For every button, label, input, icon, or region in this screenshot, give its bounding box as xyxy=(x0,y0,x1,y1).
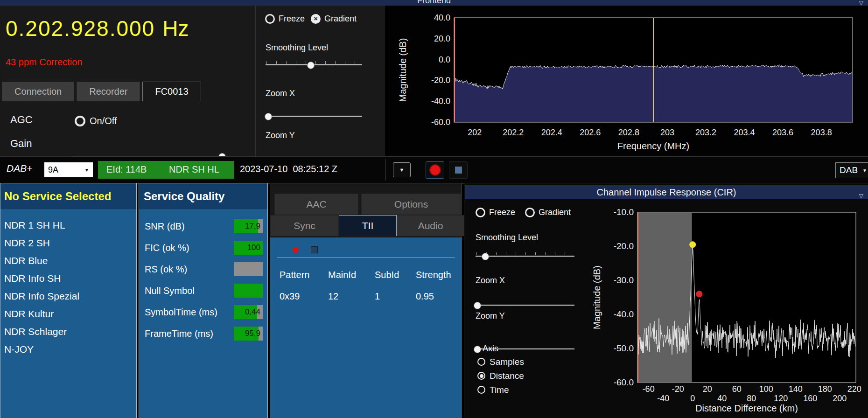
cir-smoothing-slider[interactable] xyxy=(476,251,574,261)
gradient-radio-icon xyxy=(525,208,535,217)
freeze-radio-icon xyxy=(476,208,485,217)
slider-thumb[interactable] xyxy=(307,62,315,69)
xaxis-option-samples[interactable]: Samples xyxy=(477,358,524,366)
stop-icon xyxy=(455,167,462,174)
gradient-x-icon xyxy=(311,14,321,24)
quality-value-badge xyxy=(234,284,263,298)
quality-row: FIC (ok %)100 xyxy=(139,237,267,258)
decoder-tab-options[interactable]: Options xyxy=(361,194,461,215)
quality-value: 95,9 xyxy=(245,329,260,338)
ensemble-eid: EId: 114B xyxy=(106,164,147,175)
axis-label: 40.0 xyxy=(434,13,450,22)
frontend-titlebar: Frontend ▽ xyxy=(0,0,868,6)
quality-value: 17,9 xyxy=(245,222,260,231)
tii-cell: 0x39 xyxy=(280,291,328,302)
cir-gradient-option[interactable]: Gradient xyxy=(525,208,571,217)
chevron-down-icon: ▼ xyxy=(399,167,405,173)
record-button[interactable] xyxy=(426,161,444,179)
xaxis-option-distance[interactable]: Distance xyxy=(477,372,524,380)
zoom-x-label: Zoom X xyxy=(266,89,295,98)
cir-freeze-option[interactable]: Freeze xyxy=(476,208,515,217)
axis-label: Frequency (MHz) xyxy=(617,141,689,151)
service-item[interactable]: NDR 1 SH HL xyxy=(0,216,136,234)
tab-fc0013[interactable]: FC0013 xyxy=(142,82,201,101)
slider-thumb[interactable] xyxy=(474,302,481,309)
radio-icon xyxy=(477,358,485,366)
service-item[interactable]: NDR 2 SH xyxy=(0,234,136,252)
output-mode-dropdown[interactable]: DAB ▼ xyxy=(835,162,868,178)
axis-label: 40 xyxy=(717,394,727,403)
slider-thumb[interactable] xyxy=(482,253,489,260)
freeze-radio-icon xyxy=(265,14,275,24)
slider-ticks xyxy=(266,61,362,64)
frontend-freeze-option[interactable]: Freeze xyxy=(265,14,305,24)
frequency-unit: Hz xyxy=(162,16,189,41)
tii-cell: 12 xyxy=(328,291,375,302)
quality-value-badge: 100 xyxy=(234,241,263,255)
divider xyxy=(277,257,455,258)
axis-label: -30.0 xyxy=(614,275,634,285)
quality-value-badge: 95,9 xyxy=(234,327,263,341)
stop-button[interactable] xyxy=(449,161,468,179)
mode-label: DAB+ xyxy=(7,163,32,174)
service-item[interactable]: NDR Info Spezial xyxy=(0,287,136,305)
service-item[interactable]: NDR Kultur xyxy=(0,305,136,323)
decoder-tabs-row1: AACOptions xyxy=(274,194,461,215)
chevron-down-icon: ▼ xyxy=(84,167,89,173)
slider-track xyxy=(476,305,574,306)
tii-content: PatternMainIdSubIdStrength 0x391210.95 xyxy=(270,237,462,418)
smoothing-level-label: Smoothing Level xyxy=(266,43,328,53)
tab-recorder[interactable]: Recorder xyxy=(77,82,140,101)
channel-dropdown[interactable]: 9A ▼ xyxy=(44,162,93,177)
axis-label: -40 xyxy=(657,394,669,403)
quality-row: RS (ok %) xyxy=(139,258,267,280)
frontend-gradient-option[interactable]: Gradient xyxy=(311,14,357,24)
record-options-dropdown[interactable]: ▼ xyxy=(393,162,411,177)
zoom-x-label: Zoom X xyxy=(476,276,505,286)
decoder-tabs-row2: SyncTIIAudio xyxy=(270,215,464,236)
agc-toggle-radio[interactable] xyxy=(75,116,85,126)
record-icon xyxy=(429,164,441,176)
transport-bar: DAB+ 9A ▼ EId: 114B NDR SH HL 2023-07-10… xyxy=(0,156,868,184)
service-item[interactable]: NDR Schlager xyxy=(0,323,136,341)
tab-connection[interactable]: Connection xyxy=(2,82,74,101)
quality-label: FIC (ok %) xyxy=(139,243,189,253)
cir-zoom-x-slider[interactable] xyxy=(476,300,574,310)
tii-cell: 1 xyxy=(375,291,416,302)
service-list-panel: No Service Selected NDR 1 SH HLNDR 2 SHN… xyxy=(0,183,137,418)
axis-label: 202.8 xyxy=(618,128,639,137)
axis-label: 160 xyxy=(803,394,817,403)
axis-label: 203 xyxy=(660,128,674,137)
tii-col-header: MainId xyxy=(328,270,375,280)
service-item[interactable]: N-JOY xyxy=(0,341,136,358)
sync-indicators xyxy=(270,237,462,257)
decoder-tab-sync[interactable]: Sync xyxy=(270,215,339,236)
slider-thumb[interactable] xyxy=(265,113,272,120)
frequency-display: 0.202.928.000Hz xyxy=(6,16,189,41)
tii-table-row: 0x391210.95 xyxy=(270,286,462,307)
collapse-triangle-icon[interactable]: ▽ xyxy=(859,0,863,6)
axis-label: -50.0 xyxy=(614,343,634,353)
x-axis-radio-group: SamplesDistanceTime xyxy=(477,358,524,400)
quality-label: Null Symbol xyxy=(139,286,195,296)
decoder-tab-aac[interactable]: AAC xyxy=(274,194,358,215)
cir-titlebar: Channel Impulse Response (CIR) ▽ xyxy=(465,185,868,199)
axis-label: 203.4 xyxy=(734,128,755,137)
axis-label: -60 xyxy=(643,384,655,394)
gradient-label: Gradient xyxy=(324,14,357,24)
quality-rows: SNR (dB)17,9FIC (ok %)100RS (ok %)Null S… xyxy=(139,210,267,344)
zoom-x-slider[interactable] xyxy=(266,111,362,121)
service-item[interactable]: NDR Info SH xyxy=(0,270,136,287)
service-item[interactable]: NDR Blue xyxy=(0,252,136,270)
tii-col-header: Pattern xyxy=(280,270,328,280)
decoder-tab-tii[interactable]: TII xyxy=(339,215,397,236)
xaxis-option-time[interactable]: Time xyxy=(477,386,524,394)
quality-label: FrameTime (ms) xyxy=(139,328,213,339)
zoom-y-label: Zoom Y xyxy=(266,131,295,140)
decoder-tab-audio[interactable]: Audio xyxy=(397,215,464,236)
smoothing-level-slider[interactable] xyxy=(266,60,362,70)
channel-value: 9A xyxy=(48,165,58,175)
quality-label: SNR (dB) xyxy=(139,221,185,232)
radio-icon xyxy=(477,386,485,394)
utc-timestamp: 2023-07-10 08:25:12 Z xyxy=(240,164,337,174)
